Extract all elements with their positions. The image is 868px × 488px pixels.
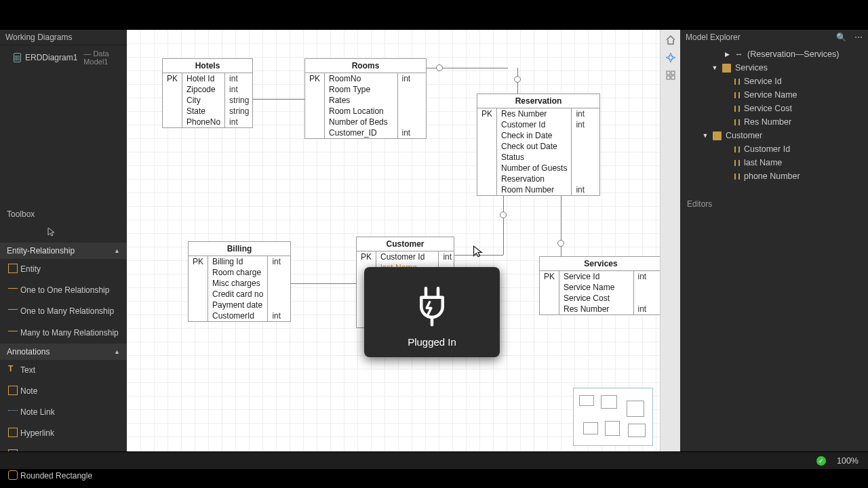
zoom-level[interactable]: 100% [837, 456, 859, 466]
relationship-endpoint-circle-icon [500, 211, 507, 218]
entity-columns: PKRes Numberint Customer Idint Check in … [477, 108, 599, 195]
model-tree[interactable]: ▶↔(Reservation—Services) ▼Services Servi… [680, 45, 868, 186]
entity-columns: PKBilling Idint Room charge Misc charges… [189, 256, 290, 321]
entity-title: Billing [189, 242, 290, 256]
home-icon[interactable] [665, 34, 677, 46]
entity-reservation[interactable]: Reservation PKRes Numberint Customer Idi… [477, 94, 600, 196]
entity-title: Hotels [163, 59, 252, 73]
tool-text[interactable]: Text [0, 360, 127, 381]
working-diagrams-header: Working Diagrams [0, 30, 127, 45]
diagram-icon: ▥ [14, 53, 21, 62]
tree-row-res-number[interactable]: Res Number [680, 115, 868, 129]
relationship-endpoint-circle-icon [514, 76, 521, 83]
entity-title: Reservation [477, 94, 599, 108]
section-entity-relationship[interactable]: Entity-Relationship ▲ [0, 243, 127, 259]
letterbox-bottom [0, 469, 868, 488]
chevron-up-icon: ▲ [114, 247, 120, 254]
chevron-right-icon[interactable]: ▶ [724, 51, 730, 58]
entity-columns: PKRoomNoint Room Type Rates Room Locatio… [305, 73, 426, 138]
more-icon[interactable]: ⋯ [854, 33, 863, 42]
right-panel: Model Explorer 🔍 ⋯ ▶↔(Reservation—Servic… [680, 30, 868, 451]
chevron-down-icon[interactable]: ▼ [702, 132, 709, 139]
relationship-endpoint-circle-icon [557, 240, 564, 247]
grid-icon[interactable] [665, 69, 677, 81]
entity-billing[interactable]: Billing PKBilling Idint Room charge Misc… [188, 241, 291, 322]
chevron-up-icon: ▲ [114, 348, 120, 355]
svg-rect-2 [667, 76, 670, 79]
column-icon [734, 174, 740, 180]
svg-rect-1 [671, 71, 675, 75]
entity-title: Rooms [305, 59, 426, 73]
model-explorer-header: Model Explorer 🔍 ⋯ [680, 30, 868, 45]
relationship-line [253, 99, 304, 100]
canvas-wrapper: Hotels PKHotel Idint Zipcodeint Citystri… [127, 30, 680, 451]
entity-title: Services [540, 257, 662, 271]
svg-rect-3 [671, 76, 675, 79]
column-icon [734, 119, 740, 125]
plug-icon [408, 281, 456, 329]
diagram-item-erddiagram1[interactable]: ▥ ERDDiagram1 — Data Model1 [0, 45, 127, 70]
tree-row-phone-number[interactable]: phone Number [680, 169, 868, 183]
tree-row-service-cost[interactable]: Service Cost [680, 102, 868, 115]
tree-row-services[interactable]: ▼Services [680, 61, 868, 75]
entity-icon [713, 131, 722, 140]
pointer-icon [47, 227, 56, 237]
statusbar: ✓ 100% [0, 451, 868, 469]
relationship-endpoint-circle-icon [436, 64, 443, 71]
section-annotations[interactable]: Annotations ▲ [0, 344, 127, 360]
canvas-toolbar [660, 30, 680, 451]
tool-note-link[interactable]: Note Link [0, 402, 127, 423]
search-icon[interactable]: 🔍 [836, 33, 846, 42]
diagram-sub: — Data Model1 [83, 49, 121, 66]
tree-row-service-id[interactable]: Service Id [680, 75, 868, 88]
entity-services[interactable]: Services PKService Idint Service Name Se… [539, 256, 663, 315]
tree-row-service-name[interactable]: Service Name [680, 88, 868, 102]
tree-row-customer-id[interactable]: Customer Id [680, 142, 868, 156]
toolbox-pointer[interactable] [0, 223, 127, 243]
relationship-line [561, 196, 561, 256]
minimap[interactable] [573, 388, 653, 446]
section-annotations-label: Annotations [7, 347, 50, 357]
editors-header: Editors [680, 195, 868, 213]
tool-many-to-many[interactable]: Many to Many Relationship [0, 323, 127, 344]
entity-hotels[interactable]: Hotels PKHotel Idint Zipcodeint Citystri… [162, 58, 253, 128]
relationship-icon: ↔ [734, 50, 743, 59]
left-panel: Working Diagrams ▥ ERDDiagram1 — Data Mo… [0, 30, 127, 451]
svg-rect-0 [667, 71, 670, 75]
diagram-name: ERDDiagram1 [25, 53, 77, 62]
erd-canvas[interactable]: Hotels PKHotel Idint Zipcodeint Citystri… [127, 30, 680, 451]
toolbox-header: Toolbox [0, 205, 127, 223]
tree-row-last-name[interactable]: last Name [680, 156, 868, 169]
toast-label: Plugged In [371, 336, 493, 348]
relationship-line [291, 283, 356, 284]
tool-note[interactable]: Note [0, 381, 127, 402]
tool-one-to-many[interactable]: One to Many Relationship [0, 301, 127, 322]
section-er-label: Entity-Relationship [7, 246, 75, 256]
entity-title: Customer [357, 237, 454, 251]
column-icon [734, 160, 740, 166]
entity-columns: PKService Idint Service Name Service Cos… [540, 271, 662, 314]
tree-row-customer[interactable]: ▼Customer [680, 129, 868, 142]
compass-icon[interactable] [665, 52, 677, 64]
toast-plugged-in: Plugged In [364, 267, 500, 357]
entity-rooms[interactable]: Rooms PKRoomNoint Room Type Rates Room L… [304, 58, 427, 139]
tree-row-relationship[interactable]: ▶↔(Reservation—Services) [680, 47, 868, 61]
mouse-cursor-icon [473, 245, 484, 260]
relationship-line [503, 196, 504, 255]
column-icon [734, 106, 740, 112]
letterbox-top [0, 0, 868, 30]
column-icon [734, 79, 740, 85]
tool-hyperlink[interactable]: Hyperlink [0, 423, 127, 444]
entity-columns: PKHotel Idint Zipcodeint Citystring Stat… [163, 73, 253, 127]
tool-entity[interactable]: Entity [0, 259, 127, 280]
status-ok-icon: ✓ [816, 456, 826, 466]
chevron-down-icon[interactable]: ▼ [711, 64, 718, 71]
column-icon [734, 146, 740, 152]
model-explorer-label: Model Explorer [686, 33, 741, 42]
column-icon [734, 92, 740, 98]
tool-one-to-one[interactable]: One to One Relationship [0, 280, 127, 301]
entity-icon [722, 64, 731, 73]
